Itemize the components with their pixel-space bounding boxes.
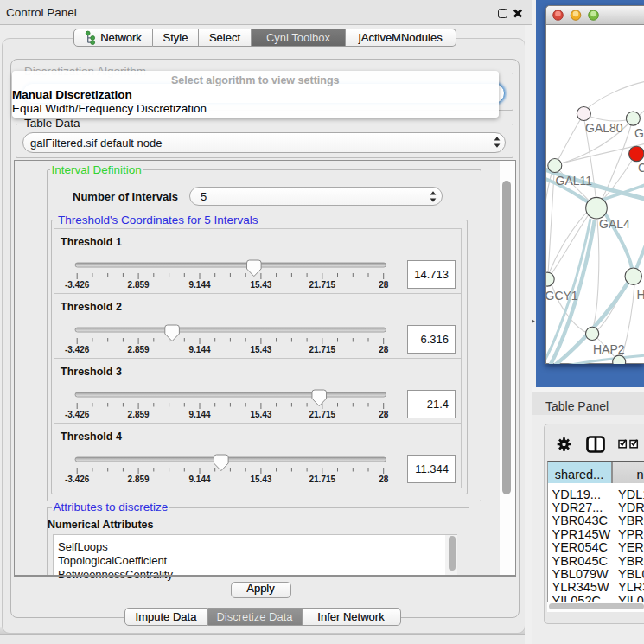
svg-text:21.715: 21.715 [309, 280, 336, 290]
svg-text:28: 28 [379, 475, 389, 484]
svg-text:15.43: 15.43 [250, 475, 271, 484]
svg-text:15.43: 15.43 [250, 410, 271, 419]
svg-text:21.715: 21.715 [309, 410, 336, 419]
svg-text:GAL11: GAL11 [556, 174, 593, 188]
svg-text:HAP2: HAP2 [593, 342, 625, 356]
svg-text:28: 28 [379, 280, 389, 290]
svg-text:-3.426: -3.426 [65, 345, 90, 354]
svg-text:HIS4: HIS4 [637, 288, 644, 302]
svg-text:9.144: 9.144 [188, 280, 210, 290]
svg-text:-3.426: -3.426 [65, 475, 90, 484]
svg-text:-3.426: -3.426 [65, 280, 90, 290]
svg-text:28: 28 [379, 410, 389, 419]
svg-text:2.859: 2.859 [128, 280, 150, 290]
svg-text:GAL4: GAL4 [599, 217, 630, 231]
svg-text:2.859: 2.859 [128, 475, 150, 484]
svg-text:9.144: 9.144 [188, 475, 210, 484]
svg-text:-3.426: -3.426 [65, 410, 90, 419]
svg-text:9.144: 9.144 [188, 345, 210, 354]
svg-text:15.43: 15.43 [250, 280, 271, 290]
svg-text:15.43: 15.43 [250, 345, 271, 354]
svg-text:GAL3: GAL3 [634, 126, 644, 140]
svg-text:21.715: 21.715 [309, 475, 336, 484]
svg-text:21.715: 21.715 [309, 345, 336, 354]
svg-text:GCY1: GCY1 [546, 289, 578, 303]
svg-text:CY: CY [638, 161, 644, 175]
svg-text:2.859: 2.859 [128, 345, 150, 354]
svg-text:2.859: 2.859 [128, 410, 150, 419]
svg-text:GAL80: GAL80 [585, 121, 623, 135]
svg-text:9.144: 9.144 [188, 410, 210, 419]
svg-text:28: 28 [379, 345, 389, 354]
